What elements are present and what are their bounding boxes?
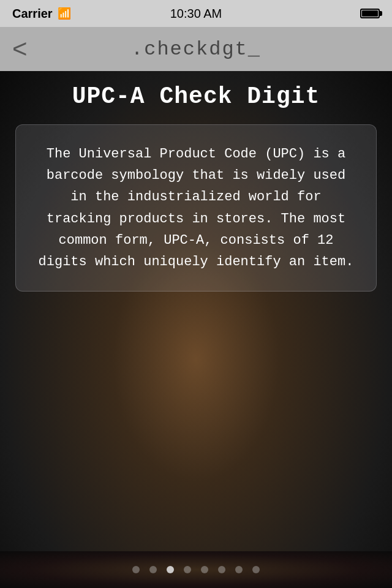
content-card: The Universal Product Code (UPC) is a ba… [15,124,377,292]
nav-bar: < .checkdgt_ [0,27,392,71]
status-right [360,9,380,18]
pagination-bar [0,551,392,588]
description-text: The Universal Product Code (UPC) is a ba… [36,143,356,273]
battery-fill [362,10,378,17]
nav-title: .checkdgt_ [131,38,261,61]
back-button[interactable]: < [12,36,28,62]
status-time: 10:30 AM [170,7,222,21]
page-dot-5[interactable] [201,566,208,573]
battery-icon [360,9,380,18]
page-dot-8[interactable] [252,566,260,573]
page-dot-3[interactable] [167,566,174,573]
carrier-label: Carrier [12,7,53,21]
page-title: UPC-A Check Digit [72,83,320,110]
main-content: UPC-A Check Digit The Universal Product … [0,71,392,551]
page-dot-1[interactable] [132,566,140,573]
page-dot-6[interactable] [218,566,225,573]
status-left: Carrier 📶 [12,7,71,21]
wifi-icon: 📶 [58,7,71,20]
page-dot-7[interactable] [235,566,243,573]
page-dot-2[interactable] [149,566,157,573]
page-dot-4[interactable] [184,566,191,573]
status-bar: Carrier 📶 10:30 AM [0,0,392,27]
